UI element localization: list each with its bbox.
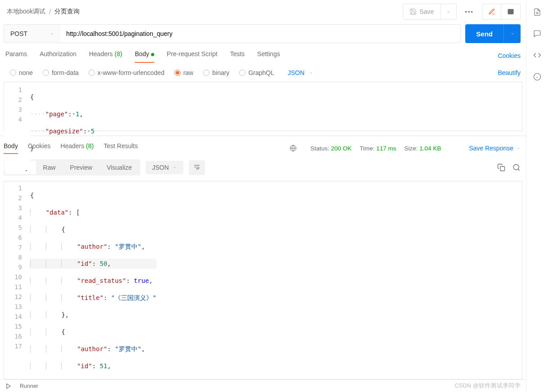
watermark-text: CSDN @软件测试李同学 (455, 382, 521, 390)
tab-settings[interactable]: Settings (257, 48, 280, 63)
method-select[interactable]: POST (4, 24, 61, 43)
tab-body[interactable]: Body (135, 48, 154, 63)
send-dropdown[interactable] (503, 24, 521, 43)
footer-bar: Runner CSDN @软件测试李同学 (0, 379, 526, 392)
edit-button[interactable] (482, 4, 501, 19)
code-content[interactable]: { ····"page":·1, ····"pagesize":·5 } (30, 82, 94, 170)
runner-icon (5, 383, 12, 389)
response-line-gutter: 1234567891011121314151617 (4, 181, 30, 379)
pencil-icon (488, 8, 495, 15)
panel-button[interactable] (501, 4, 520, 19)
response-body-editor[interactable]: 1234567891011121314151617 { "data": [ { … (4, 181, 522, 379)
save-button: Save (403, 4, 441, 20)
svg-marker-11 (7, 383, 10, 388)
breadcrumb-collection[interactable]: 本地book调试 (7, 8, 45, 16)
bodytype-formdata[interactable]: form-data (43, 69, 79, 76)
info-icon[interactable] (533, 73, 541, 81)
tab-headers[interactable]: Headers (8) (89, 48, 122, 63)
request-body-editor[interactable]: 1234 { ····"page":·1, ····"pagesize":·5 … (4, 82, 522, 131)
beautify-link[interactable]: Beautify (498, 69, 521, 76)
bodytype-none[interactable]: none (10, 69, 33, 76)
send-button[interactable]: Send (465, 24, 503, 43)
topbar: 本地book调试 / 分页查询 Save ••• (0, 0, 526, 24)
tab-authorization[interactable]: Authorization (40, 48, 76, 63)
tab-params[interactable]: Params (5, 48, 27, 63)
line-gutter: 1234 (4, 82, 30, 170)
response-code-content[interactable]: { "data": [ { "author": "罗贯中", "id": 50,… (30, 181, 156, 379)
bodytype-xwww[interactable]: x-www-form-urlencoded (89, 69, 165, 76)
document-icon[interactable] (533, 8, 541, 16)
code-icon[interactable] (533, 51, 541, 59)
save-dropdown[interactable] (441, 4, 457, 20)
comments-icon[interactable] (533, 30, 541, 38)
breadcrumb-request[interactable]: 分页查询 (54, 8, 80, 16)
chevron-down-icon (50, 31, 54, 36)
more-options-button[interactable]: ••• (461, 4, 477, 20)
breadcrumb: 本地book调试 / 分页查询 (7, 8, 398, 16)
raw-lang-select[interactable]: JSON (288, 69, 313, 76)
footer-runner[interactable]: Runner (20, 383, 38, 389)
tab-prerequest[interactable]: Pre-request Script (167, 48, 218, 63)
modified-dot-icon (151, 53, 154, 56)
response-tab-results[interactable]: Test Results (103, 142, 138, 154)
body-type-row: none form-data x-www-form-urlencoded raw… (0, 63, 526, 82)
chevron-down-icon (510, 31, 515, 36)
bodytype-graphql[interactable]: GraphQL (239, 69, 274, 76)
chevron-down-icon (446, 9, 451, 14)
save-icon (410, 8, 417, 15)
bodytype-binary[interactable]: binary (203, 69, 229, 76)
tab-tests[interactable]: Tests (230, 48, 245, 63)
right-sidebar (526, 0, 548, 392)
request-tabs: Params Authorization Headers (8) Body Pr… (0, 48, 526, 63)
panel-icon (507, 8, 514, 15)
response-tab-headers[interactable]: Headers (8) (61, 142, 94, 154)
url-row: POST Send (0, 24, 526, 48)
response-tab-cookies[interactable]: Cookies (28, 142, 51, 154)
bodytype-raw[interactable]: raw (174, 69, 194, 76)
save-label: Save (419, 8, 434, 15)
breadcrumb-separator: / (49, 8, 51, 15)
method-value: POST (10, 30, 27, 37)
cookies-link[interactable]: Cookies (498, 52, 521, 59)
url-input[interactable] (61, 24, 461, 43)
response-tab-body[interactable]: Body (4, 142, 18, 154)
chevron-down-icon (309, 70, 313, 75)
